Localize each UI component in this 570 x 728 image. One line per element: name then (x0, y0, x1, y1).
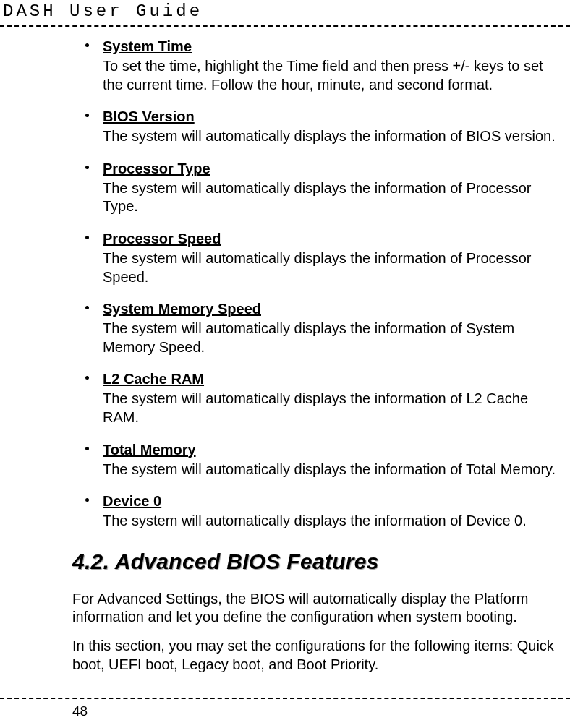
item-description: The system will automatically displays t… (103, 249, 563, 286)
list-item: BIOS Version The system will automatical… (90, 107, 563, 146)
section-heading: 4.2. Advanced BIOS Features (72, 549, 563, 574)
definition-list: System Time To set the time, highlight t… (72, 37, 563, 531)
item-description: The system will automatically displays t… (103, 179, 563, 216)
list-item: Processor Speed The system will automati… (90, 229, 563, 286)
list-item: System Time To set the time, highlight t… (90, 37, 563, 94)
item-description: The system will automatically displays t… (103, 127, 563, 146)
item-description: To set the time, highlight the Time fiel… (103, 57, 563, 94)
list-item: Total Memory The system will automatical… (90, 440, 563, 479)
item-title: Device 0 (103, 492, 563, 510)
item-title: System Time (103, 37, 563, 56)
list-item: Processor Type The system will automatic… (90, 159, 563, 216)
item-description: The system will automatically displays t… (103, 512, 563, 531)
item-title: L2 Cache RAM (103, 369, 563, 388)
item-title: Processor Type (103, 159, 563, 178)
item-title: System Memory Speed (103, 299, 563, 318)
item-description: The system will automatically displays t… (103, 320, 563, 356)
item-title: BIOS Version (103, 107, 563, 126)
bottom-divider (0, 698, 570, 699)
section-paragraph: In this section, you may set the configu… (72, 637, 563, 674)
section-paragraph: For Advanced Settings, the BIOS will aut… (72, 590, 563, 627)
list-item: L2 Cache RAM The system will automatical… (90, 369, 563, 427)
page-number: 48 (72, 703, 88, 719)
item-title: Total Memory (103, 440, 563, 459)
item-description: The system will automatically displays t… (103, 390, 563, 427)
list-item: System Memory Speed The system will auto… (90, 299, 563, 356)
list-item: Device 0 The system will automatically d… (90, 492, 563, 531)
item-title: Processor Speed (103, 229, 563, 248)
page-header-title: DASH User Guide (0, 0, 570, 21)
page-content: System Time To set the time, highlight t… (0, 27, 570, 674)
item-description: The system will automatically displays t… (103, 461, 563, 479)
